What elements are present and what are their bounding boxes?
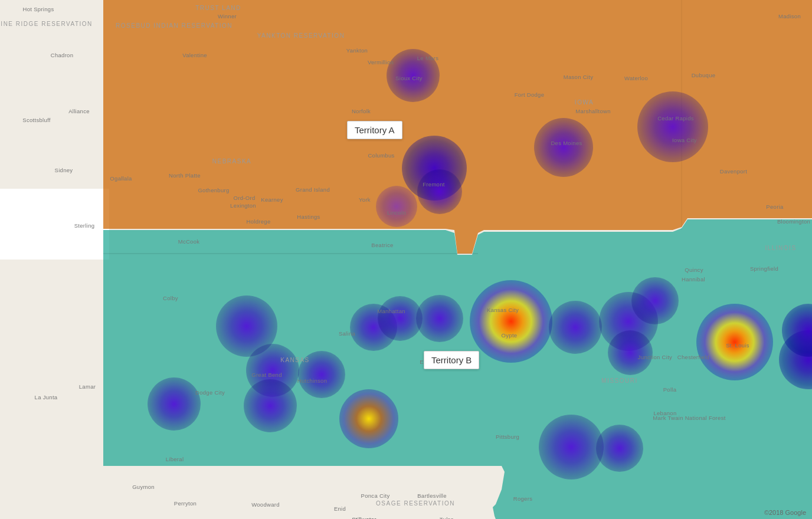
corner-white-area [0, 189, 109, 260]
google-watermark: ©2018 Google [764, 509, 806, 516]
google-watermark-text: ©2018 Google [764, 509, 806, 516]
map-background [0, 0, 812, 519]
territory-b-text: Territory B [431, 355, 472, 365]
map-container: Hot SpringsPINE RIDGE RESERVATIONROSEBUD… [0, 0, 812, 519]
territory-a-label: Territory A [347, 121, 402, 139]
territory-b-label: Territory B [424, 351, 479, 369]
territory-a-text: Territory A [355, 125, 395, 135]
